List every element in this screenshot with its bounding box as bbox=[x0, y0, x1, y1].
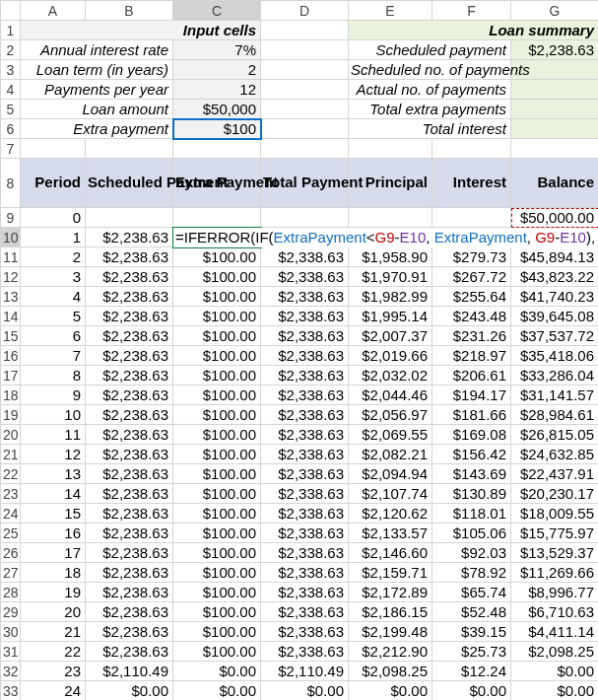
cell-D33[interactable]: $0.00 bbox=[261, 681, 349, 701]
cell-G23[interactable]: $20,230.17 bbox=[511, 484, 599, 504]
cell-B24[interactable]: $2,238.63 bbox=[86, 504, 173, 524]
cell-A11[interactable]: 2 bbox=[21, 247, 86, 267]
cell-C23[interactable]: $100.00 bbox=[173, 484, 261, 504]
row-header-1[interactable]: 1 bbox=[1, 21, 21, 40]
cell-F24[interactable]: $118.01 bbox=[432, 504, 511, 524]
cell-F26[interactable]: $92.03 bbox=[432, 543, 511, 563]
cell-C27[interactable]: $100.00 bbox=[173, 563, 261, 583]
cell-F28[interactable]: $65.74 bbox=[432, 583, 511, 602]
cell-G16[interactable]: $35,418.06 bbox=[511, 346, 599, 366]
cell-F27[interactable]: $78.92 bbox=[432, 563, 511, 583]
cell-C24[interactable]: $100.00 bbox=[173, 504, 261, 524]
row-header-33[interactable]: 33 bbox=[1, 681, 21, 701]
cell-G25[interactable]: $15,775.97 bbox=[511, 524, 599, 543]
cell-E12[interactable]: $1,970.91 bbox=[349, 267, 432, 287]
label-actual-count[interactable]: Actual no. of payments bbox=[349, 80, 511, 100]
row-header-16[interactable]: 16 bbox=[1, 346, 21, 366]
cell-A16[interactable]: 7 bbox=[21, 346, 86, 366]
cell-B7[interactable] bbox=[86, 139, 173, 159]
row-header-28[interactable]: 28 bbox=[1, 583, 21, 602]
col-header-E[interactable]: E bbox=[349, 1, 432, 21]
row-header-6[interactable]: 6 bbox=[1, 119, 21, 139]
cell-F21[interactable]: $156.42 bbox=[432, 445, 511, 464]
cell-E21[interactable]: $2,082.21 bbox=[349, 445, 432, 464]
cell-D29[interactable]: $2,338.63 bbox=[261, 602, 349, 622]
input-payments-per-year[interactable]: 12 bbox=[173, 80, 261, 100]
cell-A24[interactable]: 15 bbox=[21, 504, 86, 524]
cell-D31[interactable]: $2,338.63 bbox=[261, 642, 349, 662]
cell-E30[interactable]: $2,199.48 bbox=[349, 622, 432, 642]
cell-D5[interactable] bbox=[261, 100, 349, 119]
cell-C21[interactable]: $100.00 bbox=[173, 445, 261, 464]
row-header-10[interactable]: 10 bbox=[1, 228, 21, 247]
cell-A19[interactable]: 10 bbox=[21, 405, 86, 425]
cell-F32[interactable]: $12.24 bbox=[432, 662, 511, 681]
row-header-31[interactable]: 31 bbox=[1, 642, 21, 662]
row-header-9[interactable]: 9 bbox=[1, 208, 21, 228]
cell-C26[interactable]: $100.00 bbox=[173, 543, 261, 563]
cell-A27[interactable]: 18 bbox=[21, 563, 86, 583]
cell-G7[interactable] bbox=[511, 139, 599, 159]
label-loan-amount[interactable]: Loan amount bbox=[21, 100, 173, 119]
cell-D22[interactable]: $2,338.63 bbox=[261, 464, 349, 484]
cell-F13[interactable]: $255.64 bbox=[432, 287, 511, 307]
cell-A12[interactable]: 3 bbox=[21, 267, 86, 287]
row-header-15[interactable]: 15 bbox=[1, 326, 21, 346]
cell-F33[interactable]: $0.00 bbox=[432, 681, 511, 701]
col-header-C[interactable]: C bbox=[173, 1, 261, 21]
row-header-27[interactable]: 27 bbox=[1, 563, 21, 583]
cell-B30[interactable]: $2,238.63 bbox=[86, 622, 173, 642]
cell-C14[interactable]: $100.00 bbox=[173, 307, 261, 326]
input-extra-payment[interactable]: $100 bbox=[173, 119, 261, 139]
title-loan-summary[interactable]: Loan summary bbox=[349, 21, 599, 40]
cell-B16[interactable]: $2,238.63 bbox=[86, 346, 173, 366]
label-annual-rate[interactable]: Annual interest rate bbox=[21, 40, 173, 60]
cell-D1[interactable] bbox=[261, 21, 349, 40]
cell-C20[interactable]: $100.00 bbox=[173, 425, 261, 445]
row-header-5[interactable]: 5 bbox=[1, 100, 21, 119]
cell-D27[interactable]: $2,338.63 bbox=[261, 563, 349, 583]
cell-E18[interactable]: $2,044.46 bbox=[349, 385, 432, 405]
header-scheduled[interactable]: Scheduled Payment bbox=[86, 159, 173, 208]
cell-F7[interactable] bbox=[432, 139, 511, 159]
row-header-30[interactable]: 30 bbox=[1, 622, 21, 642]
cell-E14[interactable]: $1,995.14 bbox=[349, 307, 432, 326]
cell-F9[interactable] bbox=[432, 208, 511, 228]
cell-D14[interactable]: $2,338.63 bbox=[261, 307, 349, 326]
cell-F17[interactable]: $206.61 bbox=[432, 366, 511, 385]
input-annual-rate[interactable]: 7% bbox=[173, 40, 261, 60]
cell-E25[interactable]: $2,133.57 bbox=[349, 524, 432, 543]
label-payments-per-year[interactable]: Payments per year bbox=[21, 80, 173, 100]
cell-C15[interactable]: $100.00 bbox=[173, 326, 261, 346]
cell-B15[interactable]: $2,238.63 bbox=[86, 326, 173, 346]
cell-G33[interactable]: $0.00 bbox=[511, 681, 599, 701]
row-header-13[interactable]: 13 bbox=[1, 287, 21, 307]
cell-F12[interactable]: $267.72 bbox=[432, 267, 511, 287]
cell-E28[interactable]: $2,172.89 bbox=[349, 583, 432, 602]
cell-D11[interactable]: $2,338.63 bbox=[261, 247, 349, 267]
cell-B14[interactable]: $2,238.63 bbox=[86, 307, 173, 326]
cell-G24[interactable]: $18,009.55 bbox=[511, 504, 599, 524]
cell-F22[interactable]: $143.69 bbox=[432, 464, 511, 484]
value-scheduled-payment[interactable]: $2,238.63 bbox=[511, 40, 599, 60]
cell-A17[interactable]: 8 bbox=[21, 366, 86, 385]
cell-A7[interactable] bbox=[21, 139, 86, 159]
cell-E33[interactable]: $0.00 bbox=[349, 681, 432, 701]
row-header-23[interactable]: 23 bbox=[1, 484, 21, 504]
cell-G11[interactable]: $45,894.13 bbox=[511, 247, 599, 267]
cell-E22[interactable]: $2,094.94 bbox=[349, 464, 432, 484]
cell-B11[interactable]: $2,238.63 bbox=[86, 247, 173, 267]
label-extra-payment[interactable]: Extra payment bbox=[21, 119, 173, 139]
cell-E16[interactable]: $2,019.66 bbox=[349, 346, 432, 366]
cell-E7[interactable] bbox=[349, 139, 432, 159]
cell-C17[interactable]: $100.00 bbox=[173, 366, 261, 385]
cell-E13[interactable]: $1,982.99 bbox=[349, 287, 432, 307]
row-header-17[interactable]: 17 bbox=[1, 366, 21, 385]
cell-A29[interactable]: 20 bbox=[21, 602, 86, 622]
cell-G14[interactable]: $39,645.08 bbox=[511, 307, 599, 326]
cell-B17[interactable]: $2,238.63 bbox=[86, 366, 173, 385]
row-header-12[interactable]: 12 bbox=[1, 267, 21, 287]
input-loan-term[interactable]: 2 bbox=[173, 60, 261, 80]
label-loan-term[interactable]: Loan term (in years) bbox=[21, 60, 173, 80]
cell-E17[interactable]: $2,032.02 bbox=[349, 366, 432, 385]
